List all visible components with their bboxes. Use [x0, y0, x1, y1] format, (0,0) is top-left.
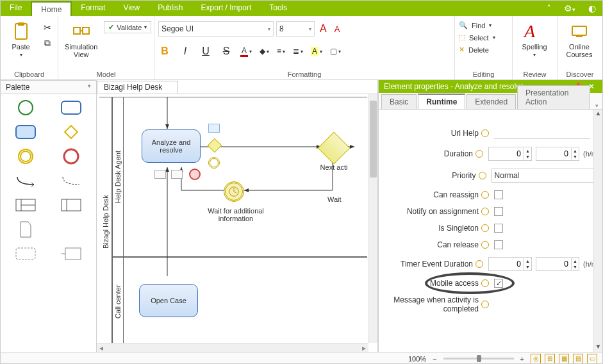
view-grid-icon[interactable]: ▦ — [559, 354, 569, 364]
notify-help-icon[interactable] — [481, 208, 489, 215]
shadow-button[interactable]: ▢▾ — [330, 47, 341, 56]
delete-button[interactable]: ✕Delete — [459, 44, 489, 55]
settings-gear-icon[interactable]: ⚙▾ — [558, 1, 582, 16]
pool-label[interactable]: Bizagi Help Desk — [99, 97, 112, 347]
url-help-help-icon[interactable] — [481, 129, 489, 137]
timer-hours-stepper[interactable]: ▲▼ — [488, 257, 532, 271]
palette-sequence-flow[interactable] — [15, 172, 37, 189]
tab-home[interactable]: Home — [31, 1, 72, 16]
svg-point-11 — [21, 151, 31, 161]
task-analyze-resolve[interactable]: Analyze and resolve — [142, 129, 201, 163]
palette-task[interactable] — [60, 99, 82, 116]
zoom-plus[interactable]: + — [518, 355, 527, 363]
mobile-access-checkbox[interactable] — [494, 279, 503, 288]
tab-file[interactable]: File — [1, 1, 31, 16]
palette-pool[interactable] — [15, 197, 37, 213]
singleton-checkbox[interactable] — [494, 224, 503, 233]
palette-data-object[interactable] — [15, 221, 37, 238]
canvas-hscrollbar[interactable]: ◂▸ — [97, 343, 368, 352]
tab-format[interactable]: Format — [72, 1, 114, 16]
fit-width-icon[interactable]: ⊞ — [545, 354, 555, 364]
font-name: Segoe UI — [161, 24, 194, 33]
props-tab-runtime[interactable]: Runtime — [418, 94, 465, 109]
bold-button[interactable]: B — [158, 46, 171, 57]
canvas-vscrollbar[interactable] — [368, 94, 377, 343]
grow-font-icon[interactable]: A — [317, 23, 329, 35]
view-list-icon[interactable]: ▤ — [573, 354, 583, 364]
spelling-button[interactable]: A Spelling ▾ — [516, 19, 552, 60]
palette-message-flow[interactable] — [60, 172, 82, 189]
palette-annotation[interactable] — [60, 245, 82, 262]
palette-lane[interactable] — [60, 197, 82, 213]
tab-export-import[interactable]: Export / Import — [192, 1, 261, 16]
context-end-icon[interactable] — [189, 169, 201, 180]
timer-help-icon[interactable] — [475, 260, 483, 268]
line-style-button[interactable]: ≡▾ — [277, 47, 285, 56]
font-size-select[interactable]: 8▾ — [276, 21, 315, 37]
zoom-minus[interactable]: − — [430, 355, 439, 363]
font-color-button[interactable]: A▾ — [240, 46, 252, 57]
props-tab-extended[interactable]: Extended — [467, 94, 516, 109]
mobile-help-icon[interactable] — [481, 279, 489, 287]
fit-page-icon[interactable]: ◎ — [531, 354, 541, 364]
tab-tools[interactable]: Tools — [260, 1, 296, 16]
validate-button[interactable]: ✔Validate▾ — [104, 21, 151, 33]
completed-help-icon[interactable] — [481, 301, 489, 308]
singleton-help-icon[interactable] — [481, 224, 489, 232]
palette-end-event[interactable] — [60, 148, 82, 165]
props-tab-presentation[interactable]: Presentation Action — [517, 85, 590, 109]
lane1-label[interactable]: Help Desk Agent — [112, 97, 124, 257]
tab-publish[interactable]: Publish — [149, 1, 192, 16]
copy-icon[interactable]: ⧉ — [41, 37, 54, 49]
can-reassign-checkbox[interactable] — [494, 190, 503, 199]
fill-color-button[interactable]: ◆▾ — [260, 47, 269, 56]
priority-select[interactable]: Normal — [491, 169, 597, 183]
context-intermediate-icon[interactable] — [208, 157, 220, 169]
context-attach-1-icon[interactable] — [154, 170, 166, 179]
find-button[interactable]: 🔍Find▾ — [459, 20, 491, 31]
priority-help-icon[interactable] — [479, 172, 486, 179]
courses-label: Online Courses — [564, 43, 595, 58]
underline-button[interactable]: U — [199, 46, 212, 57]
duration-minutes-stepper[interactable]: ▲▼ — [536, 147, 579, 161]
context-attach-2-icon[interactable] — [171, 170, 183, 179]
view-detail-icon[interactable]: ▭ — [587, 354, 597, 364]
zoom-slider[interactable] — [443, 358, 514, 360]
italic-button[interactable]: I — [179, 46, 192, 57]
notify-checkbox[interactable] — [494, 207, 503, 216]
palette-intermediate-event[interactable] — [15, 148, 37, 165]
document-tab[interactable]: Bizagi Help Desk — [97, 81, 178, 94]
paste-button[interactable]: Paste ▾ — [4, 19, 37, 60]
can-release-checkbox[interactable] — [494, 240, 503, 249]
lane2-label[interactable]: Call center — [112, 257, 124, 347]
can-reassign-help-icon[interactable] — [481, 191, 489, 199]
context-task-icon[interactable] — [208, 124, 220, 133]
palette-data-store[interactable] — [60, 221, 82, 238]
palette-group[interactable] — [15, 245, 37, 262]
help-bulb-icon[interactable]: ◐ — [582, 1, 602, 16]
select-button[interactable]: ⬚Select▾ — [459, 32, 495, 43]
simulation-view-button[interactable]: Simulation View — [62, 19, 100, 61]
tab-view[interactable]: View — [114, 1, 149, 16]
props-tab-basic[interactable]: Basic — [381, 94, 417, 109]
diagram-canvas[interactable]: Bizagi Help Desk Help Desk Agent Call ce… — [97, 94, 377, 352]
duration-help-icon[interactable] — [475, 150, 483, 158]
highlight-button[interactable]: A▾ — [311, 47, 322, 56]
shrink-font-icon[interactable]: A — [332, 24, 343, 34]
online-courses-button[interactable]: Online Courses — [561, 19, 597, 61]
props-vscrollbar[interactable]: ▲ ▼ — [593, 110, 602, 352]
align-button[interactable]: ≣▾ — [293, 47, 303, 56]
palette-start-event[interactable] — [15, 99, 37, 116]
strike-button[interactable]: S — [220, 46, 233, 57]
duration-hours-stepper[interactable]: ▲▼ — [488, 147, 532, 161]
task-open-case[interactable]: Open Case — [139, 284, 198, 317]
can-release-help-icon[interactable] — [481, 241, 489, 249]
palette-gateway[interactable] — [60, 124, 82, 140]
cut-icon[interactable]: ✂ — [41, 21, 54, 34]
collapse-ribbon-icon[interactable]: ˄ — [540, 1, 558, 16]
timer-minutes-stepper[interactable]: ▲▼ — [536, 257, 579, 271]
timer-event-wait[interactable] — [224, 181, 244, 202]
palette-subprocess[interactable] — [15, 124, 37, 140]
font-family-select[interactable]: Segoe UI▾ — [158, 21, 274, 37]
url-help-field[interactable] — [494, 128, 590, 139]
